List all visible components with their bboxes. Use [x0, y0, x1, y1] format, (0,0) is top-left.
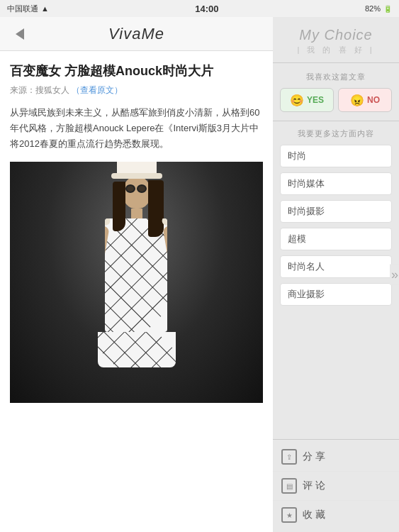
like-section-label: 我喜欢这篇文章 — [280, 72, 392, 82]
my-choice-header: My Choice | 我 的 喜 好 | — [273, 17, 399, 63]
article-source: 来源：搜狐女人 （查看原文） — [10, 84, 263, 96]
back-button[interactable] — [9, 23, 31, 45]
app-title: VivaMe — [108, 25, 164, 43]
model-head — [123, 176, 151, 209]
article-body: 从异域民族到未来主义，从酷感军旅到俏皮小清新，从格到60年代风格，方脸超模Ano… — [10, 105, 263, 152]
my-choice-subtitle: | 我 的 喜 好 | — [280, 45, 392, 55]
back-arrow-icon — [16, 28, 24, 40]
wifi-icon: ▲ — [41, 4, 49, 13]
carrier-label: 中国联通 — [7, 4, 38, 14]
more-section: 我要更多这方面内容 时尚时尚媒体时尚摄影超模时尚名人商业摄影 — [273, 121, 399, 439]
status-right: 82% 🔋 — [365, 4, 392, 13]
favorite-label: 收 藏 — [303, 509, 325, 521]
status-time: 14:00 — [195, 4, 218, 14]
tag-commercial-photo[interactable]: 商业摄影 — [280, 283, 392, 306]
tag-supermodel[interactable]: 超模 — [280, 228, 392, 250]
battery-icon: 🔋 — [383, 5, 392, 13]
battery-label: 82% — [365, 4, 381, 13]
model-hat — [117, 162, 157, 174]
model-neck — [131, 209, 142, 218]
status-bar: 中国联通 ▲ 14:00 82% 🔋 — [0, 0, 399, 17]
source-label: 来源：搜狐女人 — [10, 85, 69, 95]
no-icon: 😠 — [350, 94, 364, 107]
article-panel: VivaMe 百变魔女 方脸超模Anouck时尚大片 来源：搜狐女人 （查看原文… — [0, 17, 273, 532]
share-label: 分 享 — [303, 450, 325, 463]
tag-fashion-celebrity[interactable]: 时尚名人 — [280, 255, 392, 278]
tag-fashion[interactable]: 时尚 — [280, 145, 392, 167]
tags-list: 时尚时尚媒体时尚摄影超模时尚名人商业摄影 — [280, 145, 392, 306]
favorite-icon: ★ — [281, 507, 297, 523]
source-link[interactable]: （查看原文） — [72, 85, 123, 95]
tag-fashion-media[interactable]: 时尚媒体 — [280, 172, 392, 195]
comment-label: 评 论 — [303, 480, 325, 492]
yes-label: YES — [307, 95, 324, 105]
glass-lens-left — [125, 184, 135, 193]
share-icon: ⇪ — [281, 449, 297, 465]
comment-icon: ▤ — [281, 478, 297, 494]
right-panel: My Choice | 我 的 喜 好 | 我喜欢这篇文章 😊 YES 😠 NO… — [273, 17, 399, 532]
glass-lens-right — [137, 184, 147, 193]
bottom-actions: ⇪分 享▤评 论★收 藏 — [273, 439, 399, 532]
model-figure — [73, 176, 201, 403]
main-layout: VivaMe 百变魔女 方脸超模Anouck时尚大片 来源：搜狐女人 （查看原文… — [0, 17, 399, 532]
status-left: 中国联通 ▲ — [7, 4, 49, 14]
yes-button[interactable]: 😊 YES — [280, 88, 334, 112]
expand-arrow[interactable]: » — [390, 265, 399, 285]
tag-fashion-photo[interactable]: 时尚摄影 — [280, 200, 392, 223]
like-buttons: 😊 YES 😠 NO — [280, 88, 392, 112]
yes-icon: 😊 — [290, 94, 304, 107]
action-comment[interactable]: ▤评 论 — [273, 472, 399, 501]
article-image — [10, 162, 263, 403]
article-title: 百变魔女 方脸超模Anouck时尚大片 — [10, 62, 263, 80]
model-skirt — [98, 332, 176, 367]
my-choice-title: My Choice — [280, 27, 392, 43]
article-header: VivaMe — [0, 17, 273, 51]
article-content[interactable]: 百变魔女 方脸超模Anouck时尚大片 来源：搜狐女人 （查看原文） 从异域民族… — [0, 51, 273, 532]
action-share[interactable]: ⇪分 享 — [273, 443, 399, 472]
no-label: NO — [367, 95, 380, 105]
model-glasses — [125, 184, 148, 193]
like-section: 我喜欢这篇文章 😊 YES 😠 NO — [273, 63, 399, 121]
action-favorite[interactable]: ★收 藏 — [273, 501, 399, 529]
more-section-label: 我要更多这方面内容 — [280, 128, 392, 139]
no-button[interactable]: 😠 NO — [338, 88, 392, 112]
